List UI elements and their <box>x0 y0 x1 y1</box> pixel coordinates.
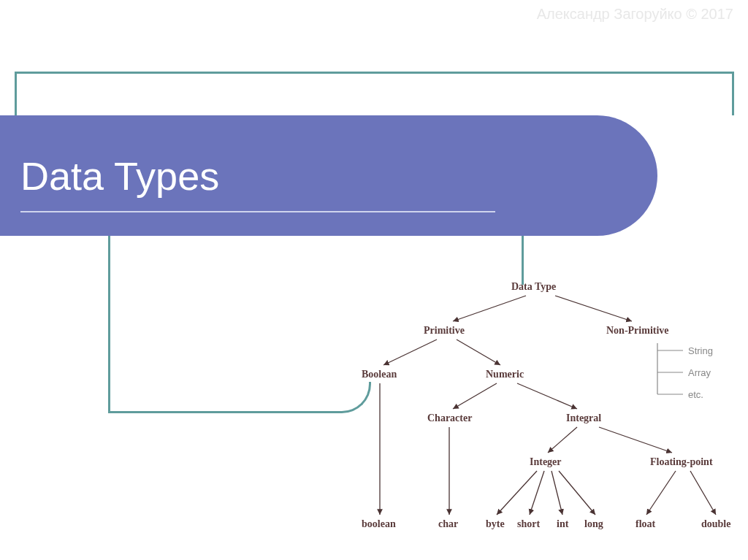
svg-line-15 <box>690 471 716 515</box>
frame-left-upper <box>15 72 17 115</box>
node-boolean-cat: Boolean <box>362 369 397 380</box>
tree-arrows <box>343 281 748 548</box>
node-nonprimitive: Non-Primitive <box>606 325 669 337</box>
np-string: String <box>688 345 713 356</box>
node-integer: Integer <box>530 456 562 468</box>
leaf-double: double <box>701 518 730 530</box>
frame-right-upper <box>732 72 734 115</box>
node-root: Data Type <box>511 281 556 293</box>
leaf-byte: byte <box>486 518 505 530</box>
frame-left-lower <box>108 234 110 413</box>
frame-top <box>15 72 734 74</box>
title-underline <box>20 211 495 212</box>
frame-bottom <box>108 411 342 413</box>
svg-line-0 <box>453 296 526 321</box>
watermark-text: Александр Загоруйко © 2017 <box>537 6 733 23</box>
svg-line-1 <box>555 296 632 321</box>
svg-line-14 <box>646 471 676 515</box>
svg-line-12 <box>552 471 562 515</box>
np-array: Array <box>688 367 711 378</box>
tree-diagram: Data Type Primitive Non-Primitive Boolea… <box>343 281 748 548</box>
title-banner: Data Types <box>0 115 657 236</box>
svg-line-5 <box>517 383 577 409</box>
svg-line-13 <box>559 471 595 515</box>
svg-line-7 <box>599 427 672 453</box>
node-numeric: Numeric <box>486 369 524 380</box>
svg-line-11 <box>530 471 544 515</box>
np-etc: etc. <box>688 389 703 400</box>
svg-line-4 <box>453 383 497 409</box>
frame-right-lower <box>522 234 524 285</box>
svg-line-6 <box>548 427 577 453</box>
leaf-short: short <box>517 518 540 530</box>
node-character: Character <box>427 413 472 424</box>
leaf-float: float <box>636 518 655 530</box>
page-title: Data Types <box>20 153 219 199</box>
svg-line-3 <box>457 340 500 365</box>
svg-line-10 <box>497 471 537 515</box>
leaf-long: long <box>584 518 603 530</box>
leaf-int: int <box>557 518 568 530</box>
leaf-char: char <box>438 518 458 530</box>
node-primitive: Primitive <box>424 325 465 337</box>
node-floating: Floating-point <box>650 456 713 468</box>
svg-line-2 <box>383 340 437 365</box>
node-integral: Integral <box>566 413 601 424</box>
leaf-boolean: boolean <box>362 518 396 530</box>
